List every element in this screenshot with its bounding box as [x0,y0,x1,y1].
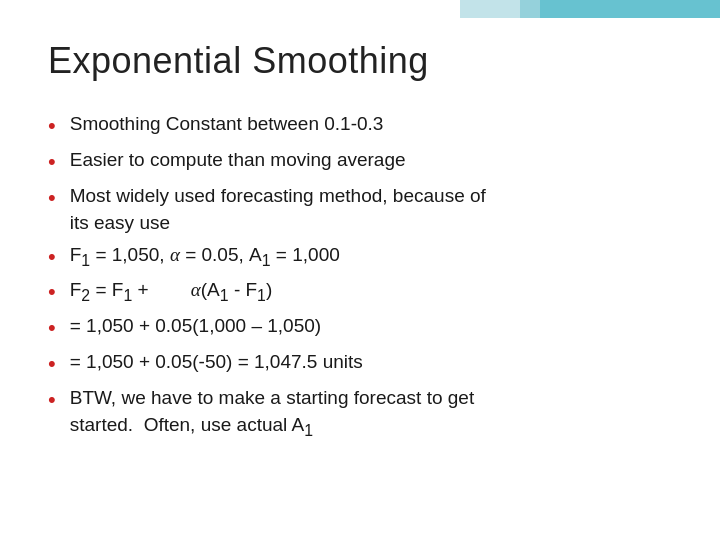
top-accent-bar-secondary [460,0,540,18]
list-item: • F2 = F1 + α(A1 - F1) [48,276,672,308]
list-item: • Smoothing Constant between 0.1-0.3 [48,110,672,142]
bullet-dot: • [48,183,56,214]
bullet-text: F2 = F1 + α(A1 - F1) [70,276,672,308]
slide-container: Exponential Smoothing • Smoothing Consta… [0,0,720,540]
bullet-list: • Smoothing Constant between 0.1-0.3 • E… [48,110,672,447]
list-item: • BTW, we have to make a starting foreca… [48,384,672,443]
top-accent-bar [520,0,720,18]
bullet-dot: • [48,242,56,273]
list-item: • Most widely used forecasting method, b… [48,182,672,237]
list-item: • Easier to compute than moving average [48,146,672,178]
bullet-text: Smoothing Constant between 0.1-0.3 [70,110,672,138]
bullet-dot: • [48,313,56,344]
bullet-text: F1 = 1,050, α = 0.05, A1 = 1,000 [70,241,672,273]
list-item: • = 1,050 + 0.05(-50) = 1,047.5 units [48,348,672,380]
bullet-dot: • [48,385,56,416]
bullet-dot: • [48,147,56,178]
bullet-dot: • [48,111,56,142]
bullet-dot: • [48,277,56,308]
slide-title: Exponential Smoothing [48,40,672,82]
bullet-text: Easier to compute than moving average [70,146,672,174]
list-item: • = 1,050 + 0.05(1,000 – 1,050) [48,312,672,344]
list-item: • F1 = 1,050, α = 0.05, A1 = 1,000 [48,241,672,273]
bullet-text: BTW, we have to make a starting forecast… [70,384,672,443]
bullet-dot: • [48,349,56,380]
bullet-text: Most widely used forecasting method, bec… [70,182,672,237]
bullet-text: = 1,050 + 0.05(1,000 – 1,050) [70,312,672,340]
bullet-text: = 1,050 + 0.05(-50) = 1,047.5 units [70,348,672,376]
